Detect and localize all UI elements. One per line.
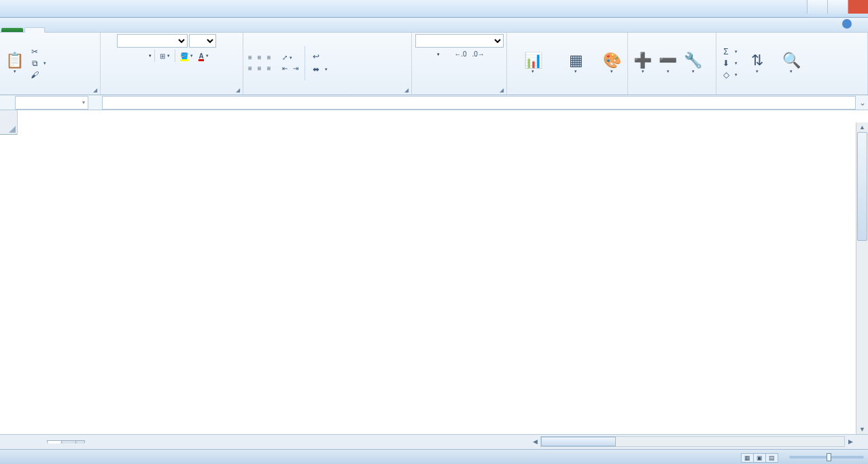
wrap-text-button[interactable]: ↩ xyxy=(309,51,330,62)
insert-cells-button[interactable]: ➕▾ xyxy=(631,51,655,76)
cut-button[interactable]: ✂ xyxy=(28,46,48,57)
tab-page-layout[interactable] xyxy=(64,28,83,32)
format-as-table-button[interactable]: ▦▾ xyxy=(557,51,594,76)
sheet-tab-bar: ◀ ▶ xyxy=(0,434,868,449)
scroll-down-icon[interactable]: ▼ xyxy=(856,425,868,434)
close-button[interactable] xyxy=(848,0,868,14)
chevron-down-icon[interactable]: ▾ xyxy=(82,99,85,105)
format-painter-button[interactable]: 🖌 xyxy=(28,69,48,80)
expand-formula-icon[interactable]: ⌄ xyxy=(857,98,868,107)
orientation-button[interactable]: ⤢▾ xyxy=(280,53,294,62)
excel-icon[interactable] xyxy=(3,3,15,15)
scroll-thumb[interactable] xyxy=(857,132,867,241)
cell-area[interactable] xyxy=(18,135,856,434)
align-top-button[interactable]: ≡ xyxy=(246,53,254,62)
paste-icon: 📋 xyxy=(5,52,24,69)
font-name-select[interactable] xyxy=(117,34,188,48)
redo-icon[interactable] xyxy=(60,3,72,15)
scroll-right-icon[interactable]: ▶ xyxy=(845,438,856,445)
paste-button[interactable]: 📋▾ xyxy=(3,51,27,76)
align-right-button[interactable]: ≡ xyxy=(265,64,273,73)
page-layout-view-button[interactable]: ▣ xyxy=(753,453,766,463)
merge-center-button[interactable]: ⬌▾ xyxy=(309,64,330,75)
align-icon: ≡ xyxy=(267,54,271,61)
sort-filter-button[interactable]: ⇅▾ xyxy=(741,51,774,76)
align-bottom-button[interactable]: ≡ xyxy=(265,53,273,62)
clear-button[interactable]: ◇▾ xyxy=(719,69,740,80)
page-break-view-button[interactable]: ▤ xyxy=(765,453,778,463)
zoom-slider[interactable] xyxy=(789,456,864,459)
increase-decimal-button[interactable]: ←.0 xyxy=(452,50,468,59)
align-left-button[interactable]: ≡ xyxy=(246,64,254,73)
currency-button[interactable] xyxy=(432,54,436,55)
qat-dd-icon[interactable] xyxy=(46,3,58,15)
sheet-tab-new-icon[interactable] xyxy=(75,440,85,444)
tab-file[interactable] xyxy=(1,28,23,32)
group-cells: ➕▾ ➖▾ 🔧▾ xyxy=(628,33,716,95)
conditional-formatting-button[interactable]: 📊▾ xyxy=(510,51,556,76)
title-bar xyxy=(0,0,868,18)
horizontal-scrollbar[interactable]: ◀ ▶ xyxy=(530,436,856,447)
dialog-launcher-icon[interactable]: ◢ xyxy=(93,87,97,93)
group-alignment: ≡ ≡ ≡ ⤢▾ ≡ ≡ ≡ ⇤ ⇥ ↩ ⬌▾ xyxy=(243,33,412,95)
tab-add-ins[interactable] xyxy=(159,28,178,32)
increase-indent-button[interactable]: ⇥ xyxy=(291,64,300,73)
table-icon: ▦ xyxy=(569,52,583,69)
comma-button[interactable] xyxy=(447,54,451,55)
group-label-clipboard: ◢ xyxy=(3,92,97,93)
copy-button[interactable]: ⧉▾ xyxy=(28,58,48,69)
tab-home[interactable] xyxy=(24,27,45,33)
shrink-font-button[interactable] xyxy=(223,40,227,42)
tab-data[interactable] xyxy=(102,28,121,32)
cell-styles-button[interactable]: 🎨▾ xyxy=(595,51,628,76)
undo-icon[interactable] xyxy=(31,3,44,15)
delete-cells-button[interactable]: ➖▾ xyxy=(656,51,680,76)
sheet-tab-workplan[interactable] xyxy=(47,440,62,444)
maximize-button[interactable] xyxy=(827,0,848,14)
sheet-tab-codes[interactable] xyxy=(61,440,76,444)
scroll-left-icon[interactable]: ◀ xyxy=(530,438,540,445)
minimize-button[interactable] xyxy=(807,0,827,14)
group-label-editing xyxy=(719,92,865,93)
grow-font-button[interactable] xyxy=(218,40,222,42)
dialog-launcher-icon[interactable]: ◢ xyxy=(404,87,409,93)
fill-color-button[interactable]: 🪣▾ xyxy=(178,52,195,61)
vertical-scrollbar[interactable]: ▲ ▼ xyxy=(856,122,868,434)
worksheet-grid[interactable]: ▲ ▼ xyxy=(0,110,868,434)
format-cells-button[interactable]: 🔧▾ xyxy=(681,51,705,76)
find-select-button[interactable]: 🔍▾ xyxy=(775,51,808,76)
decrease-indent-button[interactable]: ⇤ xyxy=(280,64,290,73)
font-size-select[interactable] xyxy=(189,34,216,48)
bold-button[interactable] xyxy=(133,55,137,56)
decrease-decimal-button[interactable]: .0→ xyxy=(470,50,487,59)
autosum-button[interactable]: Σ▾ xyxy=(719,46,740,57)
group-editing: Σ▾ ⬇▾ ◇▾ ⇅▾ 🔍▾ xyxy=(716,33,868,95)
normal-view-button[interactable]: ▦ xyxy=(741,453,754,463)
scroll-thumb[interactable] xyxy=(541,437,616,446)
indent-icon: ⇤ xyxy=(282,65,288,72)
dialog-launcher-icon[interactable]: ◢ xyxy=(500,87,504,93)
font-color-button[interactable]: A▾ xyxy=(196,52,210,61)
align-center-button[interactable]: ≡ xyxy=(256,64,264,73)
tab-insert[interactable] xyxy=(45,28,64,32)
borders-button[interactable]: ⊞▾ xyxy=(158,52,172,61)
qat-customize-icon[interactable] xyxy=(74,3,86,15)
italic-button[interactable] xyxy=(138,55,142,56)
scissors-icon: ✂ xyxy=(30,47,39,56)
underline-button[interactable] xyxy=(143,55,147,56)
fill-button[interactable]: ⬇▾ xyxy=(719,58,740,69)
save-icon[interactable] xyxy=(17,3,29,15)
tab-view[interactable] xyxy=(140,28,159,32)
select-all-button[interactable] xyxy=(0,110,18,135)
formula-input[interactable] xyxy=(102,96,856,110)
dialog-launcher-icon[interactable]: ◢ xyxy=(236,87,240,93)
number-format-select[interactable] xyxy=(415,34,504,48)
help-icon[interactable] xyxy=(842,19,852,29)
percent-button[interactable] xyxy=(441,54,445,55)
align-middle-button[interactable]: ≡ xyxy=(256,53,264,62)
name-box[interactable]: ▾ xyxy=(15,96,88,110)
zoom-knob[interactable] xyxy=(827,453,831,461)
scroll-up-icon[interactable]: ▲ xyxy=(856,122,868,132)
tab-review[interactable] xyxy=(121,28,140,32)
tab-formulas[interactable] xyxy=(83,28,102,32)
